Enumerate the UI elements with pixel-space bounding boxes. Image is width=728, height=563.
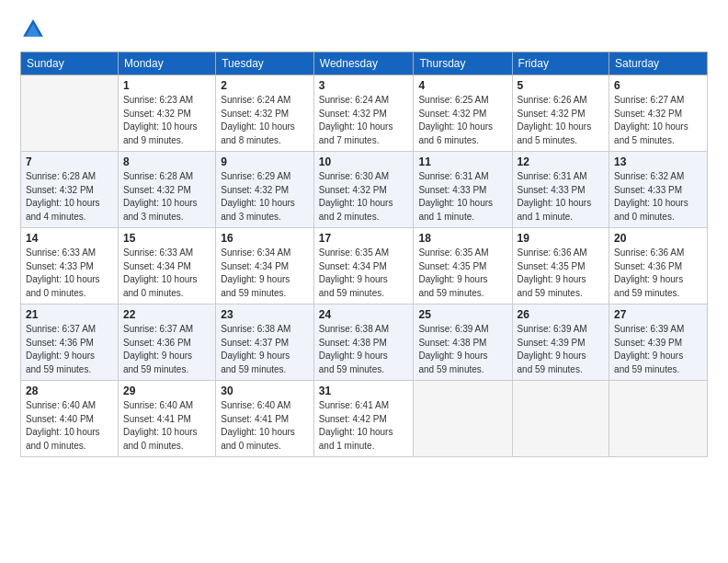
calendar-week-row: 14Sunrise: 6:33 AM Sunset: 4:33 PM Dayli… [21, 228, 708, 304]
day-number: 26 [518, 308, 605, 321]
day-number: 13 [614, 155, 702, 168]
day-number: 16 [221, 232, 309, 245]
calendar-cell [512, 381, 609, 457]
calendar-cell: 25Sunrise: 6:39 AM Sunset: 4:38 PM Dayli… [414, 304, 512, 381]
day-info: Sunrise: 6:37 AM Sunset: 4:36 PM Dayligh… [26, 323, 113, 376]
calendar-cell: 22Sunrise: 6:37 AM Sunset: 4:36 PM Dayli… [119, 304, 216, 381]
calendar-cell: 23Sunrise: 6:38 AM Sunset: 4:37 PM Dayli… [216, 304, 314, 381]
day-info: Sunrise: 6:40 AM Sunset: 4:41 PM Dayligh… [123, 399, 210, 453]
col-header-saturday: Saturday [609, 52, 708, 75]
day-number: 1 [123, 79, 210, 92]
day-info: Sunrise: 6:33 AM Sunset: 4:33 PM Dayligh… [26, 247, 113, 300]
day-info: Sunrise: 6:39 AM Sunset: 4:38 PM Dayligh… [418, 323, 506, 376]
calendar-cell: 19Sunrise: 6:36 AM Sunset: 4:35 PM Dayli… [512, 228, 609, 304]
day-info: Sunrise: 6:26 AM Sunset: 4:32 PM Dayligh… [518, 94, 605, 147]
calendar-cell: 21Sunrise: 6:37 AM Sunset: 4:36 PM Dayli… [21, 304, 119, 381]
day-info: Sunrise: 6:38 AM Sunset: 4:37 PM Dayligh… [221, 323, 309, 376]
day-info: Sunrise: 6:39 AM Sunset: 4:39 PM Dayligh… [518, 323, 605, 376]
day-info: Sunrise: 6:35 AM Sunset: 4:35 PM Dayligh… [418, 247, 506, 300]
day-info: Sunrise: 6:28 AM Sunset: 4:32 PM Dayligh… [26, 170, 113, 224]
day-number: 14 [26, 232, 113, 245]
calendar-cell: 17Sunrise: 6:35 AM Sunset: 4:34 PM Dayli… [313, 228, 414, 304]
day-info: Sunrise: 6:36 AM Sunset: 4:35 PM Dayligh… [518, 247, 605, 300]
calendar-cell: 1Sunrise: 6:23 AM Sunset: 4:32 PM Daylig… [119, 75, 216, 152]
day-number: 25 [418, 308, 506, 321]
day-info: Sunrise: 6:27 AM Sunset: 4:32 PM Dayligh… [614, 94, 702, 147]
day-number: 28 [26, 385, 113, 397]
day-number: 11 [418, 155, 506, 168]
calendar-cell: 13Sunrise: 6:32 AM Sunset: 4:33 PM Dayli… [609, 152, 708, 228]
calendar-cell: 29Sunrise: 6:40 AM Sunset: 4:41 PM Dayli… [119, 381, 216, 457]
calendar-week-row: 28Sunrise: 6:40 AM Sunset: 4:40 PM Dayli… [21, 381, 708, 457]
day-number: 17 [319, 232, 409, 245]
calendar-cell: 16Sunrise: 6:34 AM Sunset: 4:34 PM Dayli… [216, 228, 314, 304]
calendar-cell: 11Sunrise: 6:31 AM Sunset: 4:33 PM Dayli… [414, 152, 512, 228]
day-number: 5 [518, 79, 605, 92]
calendar-week-row: 21Sunrise: 6:37 AM Sunset: 4:36 PM Dayli… [21, 304, 708, 381]
day-info: Sunrise: 6:24 AM Sunset: 4:32 PM Dayligh… [319, 94, 409, 147]
day-number: 22 [123, 308, 210, 321]
day-info: Sunrise: 6:24 AM Sunset: 4:32 PM Dayligh… [221, 94, 309, 147]
day-info: Sunrise: 6:39 AM Sunset: 4:39 PM Dayligh… [614, 323, 702, 376]
calendar-cell: 14Sunrise: 6:33 AM Sunset: 4:33 PM Dayli… [21, 228, 119, 304]
calendar-cell: 4Sunrise: 6:25 AM Sunset: 4:32 PM Daylig… [414, 75, 512, 152]
day-info: Sunrise: 6:28 AM Sunset: 4:32 PM Dayligh… [123, 170, 210, 224]
calendar-cell: 12Sunrise: 6:31 AM Sunset: 4:33 PM Dayli… [512, 152, 609, 228]
calendar-cell: 5Sunrise: 6:26 AM Sunset: 4:32 PM Daylig… [512, 75, 609, 152]
day-number: 6 [614, 79, 702, 92]
calendar-cell [21, 75, 119, 152]
calendar-cell: 2Sunrise: 6:24 AM Sunset: 4:32 PM Daylig… [216, 75, 314, 152]
calendar-cell: 8Sunrise: 6:28 AM Sunset: 4:32 PM Daylig… [119, 152, 216, 228]
logo [20, 17, 50, 42]
day-number: 27 [614, 308, 702, 321]
calendar-cell [414, 381, 512, 457]
day-info: Sunrise: 6:23 AM Sunset: 4:32 PM Dayligh… [123, 94, 210, 147]
day-number: 31 [319, 385, 409, 397]
day-number: 2 [221, 79, 309, 92]
day-number: 21 [26, 308, 113, 321]
day-info: Sunrise: 6:30 AM Sunset: 4:32 PM Dayligh… [319, 170, 409, 224]
calendar-cell: 26Sunrise: 6:39 AM Sunset: 4:39 PM Dayli… [512, 304, 609, 381]
day-info: Sunrise: 6:41 AM Sunset: 4:42 PM Dayligh… [319, 399, 409, 453]
day-number: 7 [26, 155, 113, 168]
col-header-tuesday: Tuesday [216, 52, 314, 75]
calendar-week-row: 7Sunrise: 6:28 AM Sunset: 4:32 PM Daylig… [21, 152, 708, 228]
day-info: Sunrise: 6:31 AM Sunset: 4:33 PM Dayligh… [518, 170, 605, 224]
calendar-cell: 28Sunrise: 6:40 AM Sunset: 4:40 PM Dayli… [21, 381, 119, 457]
day-number: 30 [221, 385, 309, 397]
day-number: 18 [418, 232, 506, 245]
calendar-cell [609, 381, 708, 457]
calendar-cell: 7Sunrise: 6:28 AM Sunset: 4:32 PM Daylig… [21, 152, 119, 228]
calendar-cell: 18Sunrise: 6:35 AM Sunset: 4:35 PM Dayli… [414, 228, 512, 304]
day-info: Sunrise: 6:33 AM Sunset: 4:34 PM Dayligh… [123, 247, 210, 300]
calendar-cell: 10Sunrise: 6:30 AM Sunset: 4:32 PM Dayli… [313, 152, 414, 228]
header [20, 17, 708, 42]
col-header-sunday: Sunday [21, 52, 119, 75]
calendar-cell: 30Sunrise: 6:40 AM Sunset: 4:41 PM Dayli… [216, 381, 314, 457]
day-info: Sunrise: 6:31 AM Sunset: 4:33 PM Dayligh… [418, 170, 506, 224]
day-number: 19 [518, 232, 605, 245]
col-header-friday: Friday [512, 52, 609, 75]
calendar-cell: 9Sunrise: 6:29 AM Sunset: 4:32 PM Daylig… [216, 152, 314, 228]
day-number: 15 [123, 232, 210, 245]
day-number: 8 [123, 155, 210, 168]
col-header-monday: Monday [119, 52, 216, 75]
day-info: Sunrise: 6:40 AM Sunset: 4:41 PM Dayligh… [221, 399, 309, 453]
day-number: 9 [221, 155, 309, 168]
day-info: Sunrise: 6:32 AM Sunset: 4:33 PM Dayligh… [614, 170, 702, 224]
col-header-thursday: Thursday [414, 52, 512, 75]
calendar-cell: 6Sunrise: 6:27 AM Sunset: 4:32 PM Daylig… [609, 75, 708, 152]
calendar-cell: 20Sunrise: 6:36 AM Sunset: 4:36 PM Dayli… [609, 228, 708, 304]
day-number: 4 [418, 79, 506, 92]
day-info: Sunrise: 6:35 AM Sunset: 4:34 PM Dayligh… [319, 247, 409, 300]
calendar-cell: 24Sunrise: 6:38 AM Sunset: 4:38 PM Dayli… [313, 304, 414, 381]
page: SundayMondayTuesdayWednesdayThursdayFrid… [0, 0, 728, 563]
day-number: 20 [614, 232, 702, 245]
day-number: 23 [221, 308, 309, 321]
logo-icon [20, 17, 46, 42]
day-info: Sunrise: 6:34 AM Sunset: 4:34 PM Dayligh… [221, 247, 309, 300]
calendar-cell: 27Sunrise: 6:39 AM Sunset: 4:39 PM Dayli… [609, 304, 708, 381]
calendar-cell: 15Sunrise: 6:33 AM Sunset: 4:34 PM Dayli… [119, 228, 216, 304]
day-info: Sunrise: 6:37 AM Sunset: 4:36 PM Dayligh… [123, 323, 210, 376]
day-info: Sunrise: 6:36 AM Sunset: 4:36 PM Dayligh… [614, 247, 702, 300]
